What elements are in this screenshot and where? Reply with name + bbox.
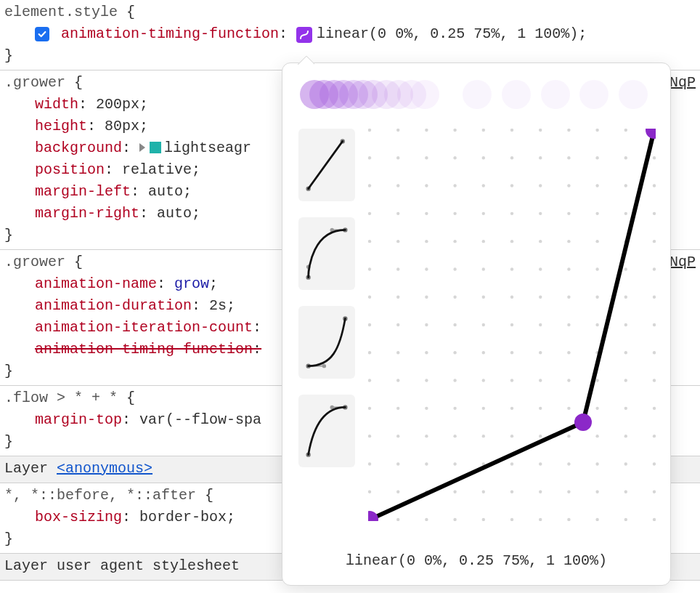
svg-point-118 (453, 379, 456, 382)
svg-point-123 (595, 379, 598, 382)
svg-point-165 (539, 491, 542, 493)
svg-point-77 (539, 267, 542, 270)
svg-point-30 (453, 156, 456, 159)
svg-point-31 (482, 156, 485, 159)
svg-point-147 (653, 435, 656, 437)
svg-point-11 (322, 364, 326, 368)
svg-point-91 (624, 296, 627, 299)
easing-preset-ease[interactable] (298, 217, 355, 290)
svg-point-86 (482, 296, 485, 299)
svg-point-58 (624, 212, 627, 215)
css-rule-element-style: element.style { animation-timing-functio… (0, 0, 700, 70)
svg-point-115 (368, 379, 371, 382)
svg-point-21 (510, 129, 513, 132)
svg-point-83 (396, 296, 399, 299)
popover-arrow-icon (297, 56, 314, 65)
svg-point-130 (482, 407, 485, 410)
svg-point-19 (453, 129, 456, 132)
svg-point-27 (368, 156, 371, 159)
svg-point-178 (595, 518, 598, 521)
svg-point-128 (425, 407, 428, 410)
svg-point-119 (482, 379, 485, 382)
svg-point-145 (595, 435, 598, 437)
selector: *, *::before, *::after (4, 487, 196, 504)
svg-point-53 (482, 212, 485, 215)
svg-point-146 (624, 435, 627, 437)
svg-point-23 (567, 129, 570, 132)
svg-point-100 (567, 323, 570, 326)
svg-point-110 (539, 351, 542, 354)
svg-point-106 (425, 351, 428, 354)
easing-function-readout: linear(0 0%, 0.25 75%, 1 100%) (282, 550, 670, 572)
svg-point-70 (653, 240, 656, 243)
preview-dot (502, 80, 531, 109)
svg-point-97 (482, 323, 485, 326)
svg-point-55 (539, 212, 542, 215)
source-link[interactable]: NqP (670, 72, 696, 94)
selector: .grower (4, 74, 65, 91)
curve-canvas[interactable] (368, 129, 656, 521)
svg-point-43 (510, 184, 513, 187)
easing-curve-icon (299, 30, 309, 40)
svg-point-153 (510, 462, 513, 465)
easing-preset-ease-in[interactable] (298, 306, 355, 379)
svg-point-80 (624, 267, 627, 270)
easing-swatch[interactable] (296, 27, 312, 43)
source-link[interactable]: NqP (670, 251, 696, 273)
svg-point-82 (368, 296, 371, 299)
easing-editor-popover: linear(0 0%, 0.25 75%, 1 100%) (282, 62, 671, 586)
preview-dot (541, 80, 570, 109)
svg-point-149 (396, 462, 399, 465)
svg-point-163 (482, 491, 485, 493)
svg-point-107 (453, 351, 456, 354)
svg-point-136 (653, 407, 656, 410)
svg-point-177 (567, 518, 570, 521)
disclosure-triangle-icon[interactable] (139, 143, 145, 152)
easing-preset-linear[interactable] (298, 129, 355, 201)
color-swatch[interactable] (150, 142, 161, 153)
svg-point-48 (653, 184, 656, 187)
svg-point-143 (539, 435, 542, 437)
svg-point-99 (539, 323, 542, 326)
layer-anonymous-link[interactable]: <anonymous> (57, 460, 152, 477)
svg-point-171 (396, 518, 399, 521)
svg-point-104 (368, 351, 371, 354)
svg-point-172 (425, 518, 428, 521)
svg-point-93 (368, 323, 371, 326)
svg-point-92 (653, 296, 656, 299)
svg-point-67 (567, 240, 570, 243)
curve-handle[interactable] (646, 129, 656, 139)
svg-point-20 (482, 129, 485, 132)
declaration[interactable]: animation-timing-function: linear(0 0%, … (4, 23, 696, 45)
svg-point-88 (539, 296, 542, 299)
svg-point-120 (510, 379, 513, 382)
property-enable-checkbox[interactable] (35, 27, 49, 41)
svg-point-81 (653, 267, 656, 270)
svg-point-162 (453, 491, 456, 493)
preview-dot (410, 80, 439, 109)
svg-point-108 (482, 351, 485, 354)
svg-point-25 (624, 129, 627, 132)
svg-point-59 (653, 212, 656, 215)
curve-handle[interactable] (368, 511, 378, 521)
svg-point-60 (368, 240, 371, 243)
easing-curve-editor[interactable] (368, 129, 656, 521)
svg-point-94 (396, 323, 399, 326)
curve-handle[interactable] (574, 414, 592, 431)
property-name[interactable]: animation-timing-function (61, 25, 279, 42)
svg-point-116 (396, 379, 399, 382)
svg-point-24 (595, 129, 598, 132)
svg-point-160 (396, 491, 399, 493)
svg-point-141 (482, 435, 485, 437)
svg-point-96 (453, 323, 456, 326)
svg-point-124 (624, 379, 627, 382)
svg-point-126 (368, 407, 371, 410)
svg-point-18 (425, 129, 428, 132)
easing-preset-ease-out[interactable] (298, 395, 355, 467)
svg-point-169 (653, 491, 656, 493)
svg-point-79 (595, 267, 598, 270)
check-icon (37, 29, 47, 39)
property-value[interactable]: linear(0 0%, 0.25 75%, 1 100%) (317, 25, 578, 42)
svg-point-121 (539, 379, 542, 382)
svg-point-140 (453, 435, 456, 437)
